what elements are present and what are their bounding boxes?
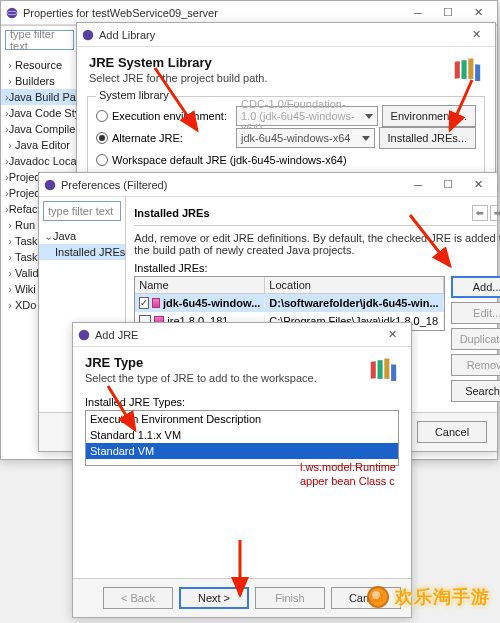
svg-point-0 <box>7 7 18 18</box>
tree-item[interactable]: ›Java Compiler <box>1 121 78 137</box>
close-button[interactable]: ✕ <box>377 324 407 346</box>
close-button[interactable]: ✕ <box>463 2 493 24</box>
eclipse-icon <box>77 328 91 342</box>
nav-forward-button[interactable]: ➡ <box>490 205 500 221</box>
properties-title: Properties for testWebService09_server <box>23 7 403 19</box>
eclipse-icon <box>43 178 57 192</box>
exec-env-label: Execution environment: <box>112 110 232 122</box>
add-jre-title: Add JRE <box>95 329 377 341</box>
svg-rect-4 <box>462 60 467 79</box>
alternate-jre-combo[interactable]: jdk-6u45-windows-x64 <box>236 128 375 148</box>
tree-item[interactable]: ›Javadoc Location <box>1 153 78 169</box>
minimize-button[interactable]: ─ <box>403 2 433 24</box>
tree-java[interactable]: Java <box>53 230 76 242</box>
alternate-jre-label: Alternate JRE: <box>112 132 232 144</box>
eclipse-icon <box>5 6 19 20</box>
duplicate-button[interactable]: Duplicate... <box>451 328 500 350</box>
dialog-subheading: Select the type of JRE to add to the wor… <box>85 372 399 384</box>
svg-rect-3 <box>455 61 460 79</box>
tree-installed-jres[interactable]: Installed JREs <box>55 246 125 258</box>
alternate-jre-radio[interactable] <box>96 132 108 144</box>
preferences-title: Preferences (Filtered) <box>61 179 403 191</box>
add-library-title: Add Library <box>99 29 461 41</box>
edit-button[interactable]: Edit... <box>451 302 500 324</box>
group-legend: System library <box>96 89 172 101</box>
close-button[interactable]: ✕ <box>461 24 491 46</box>
add-jre-titlebar[interactable]: Add JRE ✕ <box>73 323 411 347</box>
workspace-default-radio[interactable] <box>96 154 108 166</box>
exec-env-radio[interactable] <box>96 110 108 122</box>
add-library-dialog: Add Library ✕ JRE System Library Select … <box>76 22 496 192</box>
eclipse-icon <box>81 28 95 42</box>
svg-point-2 <box>83 29 94 40</box>
svg-point-8 <box>79 329 90 340</box>
section-description: Add, remove or edit JRE definitions. By … <box>134 226 500 262</box>
books-icon <box>369 353 403 383</box>
svg-rect-12 <box>391 364 396 381</box>
jre-icon <box>152 298 160 308</box>
list-item[interactable]: Standard VM <box>86 443 398 459</box>
maximize-button[interactable]: ☐ <box>433 174 463 196</box>
dialog-heading: JRE Type <box>85 355 399 370</box>
col-location[interactable]: Location <box>265 277 443 293</box>
finish-button[interactable]: Finish <box>255 587 325 609</box>
svg-rect-11 <box>384 359 389 379</box>
col-name[interactable]: Name <box>135 277 265 293</box>
installed-jres-button[interactable]: Installed JREs... <box>379 127 476 149</box>
cancel-button[interactable]: Cancel <box>417 421 487 443</box>
exec-env-combo[interactable]: CDC-1.0/Foundation-1.0 (jdk-6u45-windows… <box>236 106 378 126</box>
close-button[interactable]: ✕ <box>463 174 493 196</box>
tree-item[interactable]: ›Resource <box>1 57 78 73</box>
jre-types-list[interactable]: Execution Environment DescriptionStandar… <box>85 410 399 466</box>
properties-filter-input[interactable]: type filter text <box>5 30 74 50</box>
svg-rect-9 <box>371 361 376 379</box>
dialog-header: JRE System Library Select JRE for the pr… <box>77 47 495 90</box>
list-item[interactable]: Standard 1.1.x VM <box>86 427 398 443</box>
search-button[interactable]: Search... <box>451 380 500 402</box>
nav-back-button[interactable]: ⬅ <box>472 205 488 221</box>
checkbox[interactable] <box>139 297 149 309</box>
remove-button[interactable]: Remove <box>451 354 500 376</box>
svg-rect-10 <box>378 360 383 379</box>
watermark-text: 欢乐淘手游 <box>395 585 490 609</box>
list-label: Installed JRE Types: <box>85 396 399 408</box>
tree-item[interactable]: ›Builders <box>1 73 78 89</box>
back-button[interactable]: < Back <box>103 587 173 609</box>
environments-button[interactable]: Environments... <box>382 105 476 127</box>
list-item[interactable]: Execution Environment Description <box>86 411 398 427</box>
svg-point-7 <box>45 179 56 190</box>
add-library-titlebar[interactable]: Add Library ✕ <box>77 23 495 47</box>
tree-item[interactable]: ›Java Build Path <box>1 89 78 105</box>
watermark: 欢乐淘手游 <box>367 585 490 609</box>
maximize-button[interactable]: ☐ <box>433 2 463 24</box>
tree-item[interactable]: ›Java Code Style <box>1 105 78 121</box>
svg-rect-6 <box>475 64 480 81</box>
preferences-titlebar[interactable]: Preferences (Filtered) ─ ☐ ✕ <box>39 173 497 197</box>
table-row[interactable]: jdk-6u45-window...D:\softwarefolder\jdk-… <box>135 294 443 312</box>
table-label: Installed JREs: <box>134 262 500 274</box>
workspace-default-label: Workspace default JRE (jdk-6u45-windows-… <box>112 154 347 166</box>
minimize-button[interactable]: ─ <box>403 174 433 196</box>
system-library-group: System library Execution environment: CD… <box>87 96 485 178</box>
watermark-icon <box>367 586 389 608</box>
next-button[interactable]: Next > <box>179 587 249 609</box>
dialog-header: JRE Type Select the type of JRE to add t… <box>73 347 411 390</box>
section-title: Installed JREs <box>134 207 209 219</box>
add-button[interactable]: Add... <box>451 276 500 298</box>
dialog-subheading: Select JRE for the project build path. <box>89 72 483 84</box>
tree-item[interactable]: ›Java Editor <box>1 137 78 153</box>
prefs-filter-input[interactable]: type filter text <box>43 201 121 221</box>
console-output: l.ws.model.Runtime apper bean Class c <box>300 460 500 489</box>
books-icon <box>453 53 487 83</box>
dialog-heading: JRE System Library <box>89 55 483 70</box>
svg-rect-5 <box>468 59 473 79</box>
